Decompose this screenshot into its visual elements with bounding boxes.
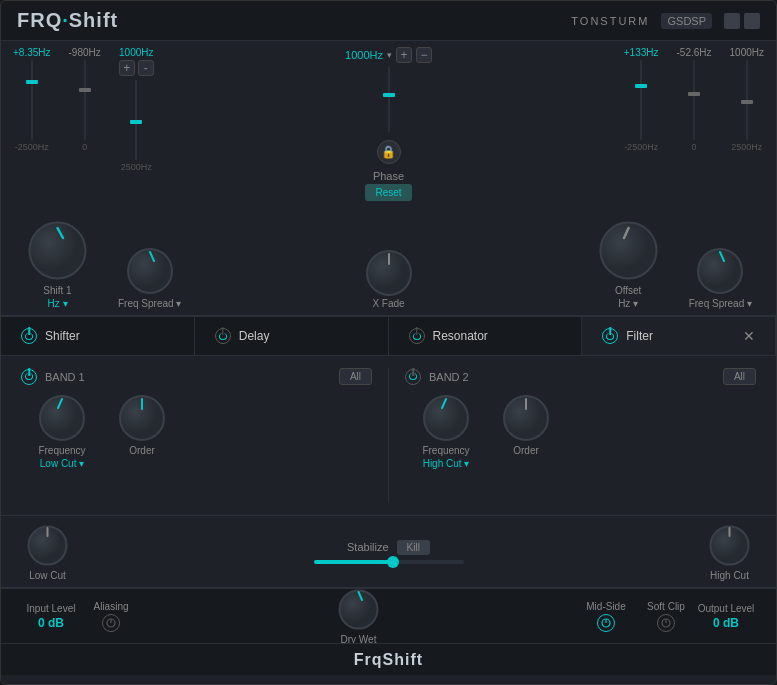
slider-2[interactable] [84,60,86,140]
slider6-bottom: 2500Hz [731,142,762,152]
highcut-col: High Cut [707,523,752,581]
name-bar: FrqShift [1,643,776,675]
footer-center: Dry Wet [141,587,576,645]
offset-knob[interactable] [596,218,661,283]
stabilize-slider[interactable] [314,560,464,564]
band2-power-btn[interactable] [405,369,421,385]
slider-col-2: -980Hz 0 [69,47,101,152]
slider4-bottom: -2500Hz [624,142,658,152]
slider-1-thumb[interactable] [26,80,38,84]
band2-knobs: Frequency High Cut ▾ Order [405,393,756,469]
delay-power-btn[interactable] [215,328,231,344]
band1-header: BAND 1 All [21,368,372,385]
freq-display: 1000Hz ▾ + − [345,47,432,63]
slider-6[interactable] [746,60,748,140]
band1-order-knob[interactable] [117,393,167,443]
slider-col-4: +133Hz -2500Hz [624,47,659,152]
shift1-unit[interactable]: Hz ▾ [48,298,68,309]
slider-col-5: -52.6Hz 0 [677,47,712,152]
band2-all-btn[interactable]: All [723,368,756,385]
softclip-item: Soft Clip [636,601,696,632]
tab-shifter-label: Shifter [45,329,80,343]
filter-close-btn[interactable]: ✕ [743,328,755,344]
band2-freq-knob[interactable] [421,393,471,443]
svg-point-2 [128,249,172,293]
svg-point-8 [698,249,742,293]
band1-power-btn[interactable] [21,369,37,385]
tab-shifter[interactable]: Shifter [1,317,195,355]
drywet-group: Dry Wet [336,587,381,645]
lowcut-knob[interactable] [25,523,70,568]
freq-display-value: 1000Hz [345,49,383,61]
freq-minus[interactable]: − [416,47,432,63]
tab-delay-label: Delay [239,329,270,343]
freqspread1-knob[interactable] [125,246,175,296]
slider-4[interactable] [640,60,642,140]
stabilize-thumb[interactable] [387,556,399,568]
slider1-value: +8.35Hz [13,47,51,58]
slider-3-thumb[interactable] [130,120,142,124]
shifter-power-btn[interactable] [21,328,37,344]
band2-type-btn[interactable]: High Cut ▾ [423,458,470,469]
freqspread1-label[interactable]: Freq Spread ▾ [118,298,181,309]
header: FRQ·Shift TONSTURM GSDSP [1,1,776,41]
freq-plus[interactable]: + [396,47,412,63]
slider-5-thumb[interactable] [688,92,700,96]
drywet-knob[interactable] [336,587,381,632]
freqspread2-label[interactable]: Freq Spread ▾ [689,298,752,309]
top-area: +8.35Hz -2500Hz -980Hz 0 1000Hz + - [1,41,776,221]
freq-plus-btn[interactable]: + [119,60,135,76]
filter-power-btn[interactable] [602,328,618,344]
kill-btn[interactable]: Kill [397,540,430,555]
slider-1[interactable] [31,60,33,140]
brand-label: TONSTURM [571,15,649,27]
slider5-value: -52.6Hz [677,47,712,58]
output-level-label: Output Level [698,603,755,614]
band1-freq-knob[interactable] [37,393,87,443]
center-slider-thumb[interactable] [383,93,395,97]
midside-btn[interactable] [597,614,615,632]
lowcut-label: Low Cut [29,570,66,581]
xfade-knob[interactable] [364,248,414,298]
icon-sq1[interactable] [724,13,740,29]
input-level-label: Input Level [27,603,76,614]
slider-4-thumb[interactable] [635,84,647,88]
stabilize-fill [314,560,397,564]
highcut-label: High Cut [710,570,749,581]
slider3-value: 1000Hz [119,47,153,58]
tab-resonator[interactable]: Resonator [389,317,583,355]
band1-all-btn[interactable]: All [339,368,372,385]
band1-type-btn[interactable]: Low Cut ▾ [40,458,84,469]
resonator-power-btn[interactable] [409,328,425,344]
band1-label: BAND 1 [45,371,85,383]
version-label: GSDSP [661,13,712,29]
band2-freq-col: Frequency High Cut ▾ [421,393,471,469]
plugin-name-bar: FrqShift [354,651,423,669]
input-level-item: Input Level 0 dB [21,603,81,630]
xfade-label: X Fade [372,298,404,309]
softclip-btn[interactable] [657,614,675,632]
freq-dropdown-arrow[interactable]: ▾ [387,50,392,60]
tab-delay[interactable]: Delay [195,317,389,355]
shift1-knob[interactable] [25,218,90,283]
midside-label: Mid-Side [586,601,625,612]
band1-order-col: Order [117,393,167,469]
slider-6-thumb[interactable] [741,100,753,104]
center-slider[interactable] [388,67,390,132]
band1-col: BAND 1 All Frequency Low Cut ▾ [21,368,372,503]
band2-order-knob[interactable] [501,393,551,443]
freqspread2-knob[interactable] [695,246,745,296]
svg-point-10 [40,396,84,440]
lock-btn[interactable]: 🔒 [377,140,401,164]
slider-2-thumb[interactable] [79,88,91,92]
icon-sq2[interactable] [744,13,760,29]
offset-unit[interactable]: Hz ▾ [618,298,638,309]
slider-5[interactable] [693,60,695,140]
slider-3[interactable] [135,80,137,160]
freq-minus-btn[interactable]: - [138,60,154,76]
band2-header: BAND 2 All [405,368,756,385]
highcut-knob[interactable] [707,523,752,568]
aliasing-btn[interactable] [102,614,120,632]
reset-btn[interactable]: Reset [365,184,411,201]
tab-filter[interactable]: Filter ✕ [582,317,776,355]
